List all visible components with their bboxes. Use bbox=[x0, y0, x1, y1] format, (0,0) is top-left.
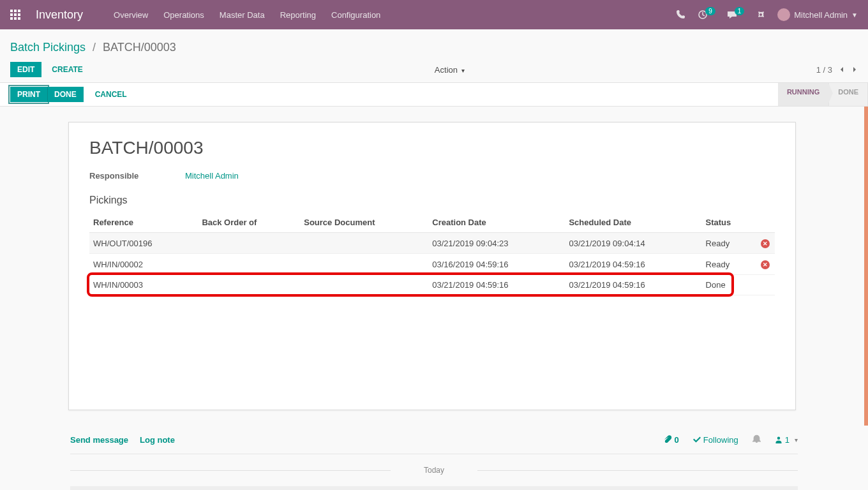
caret-down-icon: ▼ bbox=[851, 11, 858, 19]
svg-rect-7 bbox=[14, 17, 17, 20]
chatter: Send message Log note 0 Following 1 ▾ To… bbox=[70, 426, 798, 490]
svg-rect-3 bbox=[10, 13, 13, 16]
table-row[interactable]: WH/IN/00002 03/16/2019 04:59:16 03/21/20… bbox=[89, 254, 775, 275]
menu-configuration[interactable]: Configuration bbox=[331, 10, 380, 20]
pager-next[interactable] bbox=[851, 65, 858, 75]
log-note-button[interactable]: Log note bbox=[140, 435, 175, 445]
col-back-order[interactable]: Back Order of bbox=[198, 212, 300, 233]
stage-running[interactable]: RUNNING bbox=[778, 83, 829, 106]
col-status[interactable]: Status bbox=[702, 212, 756, 233]
table-row[interactable]: WH/OUT/00196 03/21/2019 09:04:23 03/21/2… bbox=[89, 233, 775, 254]
delete-row-icon[interactable]: ✕ bbox=[761, 260, 770, 269]
table-row[interactable]: WH/IN/00003 03/21/2019 04:59:16 03/21/20… bbox=[89, 275, 775, 295]
svg-rect-1 bbox=[14, 10, 17, 12]
svg-rect-4 bbox=[14, 13, 17, 16]
svg-rect-0 bbox=[10, 10, 13, 12]
menu-master-data[interactable]: Master Data bbox=[220, 10, 265, 20]
pickings-table: Reference Back Order of Source Document … bbox=[89, 212, 775, 295]
pager-count: 1 / 3 bbox=[816, 65, 832, 75]
messages-badge: 1 bbox=[735, 7, 745, 15]
pager-prev[interactable] bbox=[839, 65, 845, 75]
menu-operations[interactable]: Operations bbox=[163, 10, 204, 20]
print-button[interactable]: PRINT bbox=[10, 87, 47, 102]
action-dropdown[interactable]: Action ▾ bbox=[435, 65, 465, 75]
svg-rect-8 bbox=[18, 17, 20, 20]
svg-rect-6 bbox=[10, 17, 13, 20]
messages-icon[interactable]: 1 bbox=[727, 10, 745, 20]
done-button[interactable]: DONE bbox=[47, 87, 84, 102]
record-title: BATCH/00003 bbox=[89, 138, 775, 158]
debug-icon[interactable] bbox=[756, 10, 766, 20]
activity-badge: 9 bbox=[705, 7, 715, 15]
user-avatar bbox=[777, 8, 790, 21]
user-name: Mitchell Admin bbox=[794, 10, 848, 20]
pager: 1 / 3 bbox=[816, 65, 858, 75]
delete-row-icon[interactable]: ✕ bbox=[761, 239, 770, 248]
menu-overview[interactable]: Overview bbox=[114, 10, 148, 20]
user-menu[interactable]: Mitchell Admin ▼ bbox=[777, 8, 858, 21]
status-stages: RUNNING DONE bbox=[778, 83, 868, 106]
message: YourCompany, Mitchell Admin - 34 minutes… bbox=[70, 486, 798, 490]
following-button[interactable]: Following bbox=[693, 435, 738, 445]
responsible-value[interactable]: Mitchell Admin bbox=[185, 171, 239, 181]
svg-rect-2 bbox=[18, 10, 20, 12]
menu-reporting[interactable]: Reporting bbox=[280, 10, 316, 20]
attachments-button[interactable]: 0 bbox=[663, 435, 679, 445]
col-reference[interactable]: Reference bbox=[89, 212, 198, 233]
pickings-section: Pickings bbox=[89, 195, 775, 206]
svg-rect-5 bbox=[18, 13, 20, 16]
phone-icon[interactable] bbox=[676, 10, 686, 20]
followers-button[interactable]: 1 ▾ bbox=[775, 435, 798, 445]
col-source[interactable]: Source Document bbox=[300, 212, 428, 233]
app-name[interactable]: Inventory bbox=[36, 8, 83, 22]
top-nav: Inventory Overview Operations Master Dat… bbox=[0, 0, 868, 29]
breadcrumb: Batch Pickings / BATCH/00003 bbox=[10, 36, 858, 62]
responsible-label: Responsible bbox=[89, 171, 185, 181]
breadcrumb-parent[interactable]: Batch Pickings bbox=[10, 41, 86, 54]
stage-done[interactable]: DONE bbox=[829, 83, 868, 106]
date-separator: Today bbox=[70, 466, 798, 475]
bell-icon[interactable] bbox=[752, 434, 761, 445]
main-menu: Overview Operations Master Data Reportin… bbox=[114, 10, 676, 20]
create-button[interactable]: CREATE bbox=[52, 65, 82, 74]
edit-button[interactable]: EDIT bbox=[10, 62, 41, 77]
col-scheduled[interactable]: Scheduled Date bbox=[565, 212, 701, 233]
apps-icon[interactable] bbox=[10, 10, 20, 20]
activity-icon[interactable]: 9 bbox=[698, 10, 715, 20]
cancel-button[interactable]: CANCEL bbox=[95, 90, 127, 99]
send-message-button[interactable]: Send message bbox=[70, 435, 128, 445]
breadcrumb-current: BATCH/00003 bbox=[103, 41, 176, 54]
col-creation[interactable]: Creation Date bbox=[428, 212, 565, 233]
form-sheet: BATCH/00003 Responsible Mitchell Admin P… bbox=[68, 122, 796, 410]
